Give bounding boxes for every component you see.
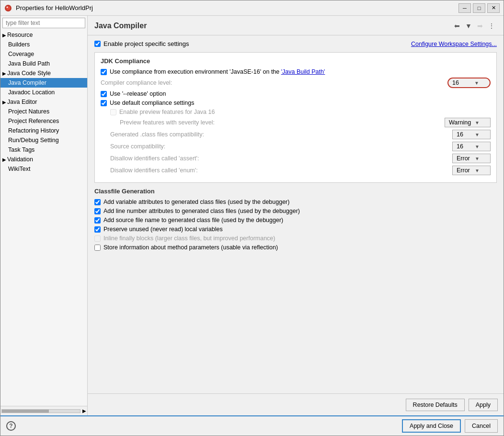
add-line-checkbox[interactable]	[94, 208, 101, 214]
generated-class-row: Generated .class files compatibility: 16…	[110, 130, 491, 139]
classfile-check-5: Store information about method parameter…	[94, 244, 497, 251]
use-release-row: Use '--release' option	[101, 90, 491, 97]
compiler-compliance-label: Compiler compliance level:	[101, 79, 172, 86]
expand-arrow: ▶	[2, 71, 6, 76]
minimize-button[interactable]: ─	[458, 3, 471, 13]
use-default-compliance-label: Use default compliance settings	[110, 100, 194, 106]
dropdown-arrow-icon: ▼	[475, 156, 480, 161]
disallow-enum-dropdown[interactable]: Error ▼	[452, 166, 491, 175]
preserve-unused-checkbox[interactable]	[94, 226, 101, 233]
jdk-compliance-section: JDK Compliance Use compliance from execu…	[94, 52, 497, 183]
use-release-checkbox[interactable]	[101, 91, 107, 97]
sidebar: ▶ Resource Builders Coverage Java Build …	[0, 16, 88, 415]
add-source-checkbox[interactable]	[94, 217, 101, 224]
preview-severity-row: Preview features with severity level: Wa…	[110, 118, 491, 127]
preview-severity-dropdown[interactable]: Warning ▼	[445, 118, 491, 127]
scroll-right-arrow[interactable]: ▶	[82, 408, 86, 414]
disallow-assert-value: Error	[457, 155, 470, 162]
sidebar-item-project-references[interactable]: Project References	[0, 116, 87, 126]
filter-input[interactable]	[2, 18, 85, 28]
add-line-label: Add line number attributes to generated …	[103, 208, 300, 214]
sidebar-item-label: Refactoring History	[8, 127, 59, 134]
sidebar-item-project-natures[interactable]: Project Natures	[0, 107, 87, 116]
compliance-dropdown-wrapper: 16 ▼	[447, 78, 491, 88]
disallow-enum-value: Error	[457, 167, 470, 174]
disallow-assert-dropdown[interactable]: Error ▼	[452, 154, 491, 163]
restore-defaults-button[interactable]: Restore Defaults	[406, 399, 465, 411]
jdk-section-title: JDK Compliance	[101, 57, 491, 65]
right-panel: Java Compiler ⬅ ▼ ➡ ⋮ Enable project spe…	[88, 16, 504, 415]
forward-nav-icon[interactable]: ➡	[475, 21, 485, 31]
apply-and-close-button[interactable]: Apply and Close	[402, 419, 461, 433]
sidebar-item-label: Java Compiler	[8, 79, 46, 86]
sidebar-item-validation[interactable]: ▶ Validation	[0, 155, 87, 164]
sidebar-item-label: Task Tags	[8, 146, 34, 153]
sidebar-scrollbar[interactable]: ▶	[0, 406, 87, 415]
inline-finally-label: Inline finally blocks (larger class file…	[103, 235, 275, 242]
use-default-compliance-row: Use default compliance settings	[101, 100, 491, 106]
store-info-checkbox[interactable]	[94, 245, 101, 251]
apply-button[interactable]: Apply	[469, 399, 498, 411]
source-compat-row: Source compatibility: 16 ▼	[110, 142, 491, 151]
sidebar-item-label: Java Build Path	[8, 60, 50, 67]
sidebar-item-javadoc-location[interactable]: Javadoc Location	[0, 88, 87, 97]
inline-finally-checkbox[interactable]	[94, 235, 101, 242]
dropdown-arrow-icon: ▼	[475, 144, 480, 149]
sidebar-item-label: WikiText	[8, 166, 31, 172]
add-variable-checkbox[interactable]	[94, 199, 101, 205]
panel-title: Java Compiler	[94, 22, 147, 30]
sidebar-item-task-tags[interactable]: Task Tags	[0, 145, 87, 155]
classfile-check-3: Preserve unused (never read) local varia…	[94, 226, 497, 233]
back-nav-icon[interactable]: ⬅	[452, 21, 462, 31]
compiler-compliance-dropdown[interactable]: 16 ▼	[447, 78, 491, 88]
sidebar-item-coverage[interactable]: Coverage	[0, 49, 87, 59]
disallow-assert-row: Disallow identifiers called 'assert': Er…	[110, 154, 491, 163]
footer-right: Apply and Close Cancel	[402, 419, 498, 433]
cancel-button[interactable]: Cancel	[465, 419, 498, 433]
sidebar-item-run-debug-setting[interactable]: Run/Debug Setting	[0, 135, 87, 145]
panel-header: Java Compiler ⬅ ▼ ➡ ⋮	[88, 16, 504, 35]
java-build-path-link[interactable]: 'Java Build Path'	[281, 68, 325, 75]
classfile-generation-section: Classfile Generation Add variable attrib…	[94, 188, 497, 251]
disallow-enum-row: Disallow identifiers called 'enum': Erro…	[110, 166, 491, 175]
window-controls: ─ □ ✕	[458, 3, 500, 13]
sidebar-item-java-build-path[interactable]: Java Build Path	[0, 59, 87, 68]
more-actions-icon[interactable]: ⋮	[486, 21, 497, 31]
sidebar-item-resource[interactable]: ▶ Resource	[0, 30, 87, 40]
help-icon[interactable]: ?	[6, 421, 16, 431]
use-compliance-row: Use compliance from execution environmen…	[101, 68, 491, 75]
maximize-button[interactable]: □	[473, 3, 485, 13]
expand-arrow: ▶	[2, 33, 6, 38]
sidebar-item-label: Validation	[7, 156, 33, 163]
footer: ? Apply and Close Cancel	[0, 415, 504, 436]
close-button[interactable]: ✕	[487, 3, 500, 13]
nav-dropdown-icon[interactable]: ▼	[463, 21, 474, 31]
bottom-bar: Restore Defaults Apply	[88, 393, 504, 415]
classfile-check-0: Add variable attributes to generated cla…	[94, 199, 497, 205]
enable-preview-checkbox[interactable]	[110, 109, 116, 115]
nav-icons: ⬅ ▼ ➡ ⋮	[452, 21, 497, 31]
generated-class-dropdown[interactable]: 16 ▼	[452, 130, 491, 139]
enable-specific-settings-checkbox[interactable]	[94, 41, 101, 47]
classfile-check-4: Inline finally blocks (larger class file…	[94, 235, 497, 242]
sidebar-item-java-code-style[interactable]: ▶ Java Code Style	[0, 68, 87, 78]
enable-preview-row: Enable preview features for Java 16	[110, 109, 491, 115]
panel-content: Enable project specific settings Configu…	[88, 35, 504, 393]
sidebar-item-refactoring-history[interactable]: Refactoring History	[0, 126, 87, 135]
configure-workspace-link[interactable]: Configure Workspace Settings...	[411, 41, 497, 47]
expand-arrow: ▶	[2, 100, 6, 105]
use-compliance-checkbox[interactable]	[101, 69, 107, 75]
disallow-enum-label: Disallow identifiers called 'enum':	[110, 167, 198, 174]
use-release-label: Use '--release' option	[110, 90, 166, 97]
compliance-value: 16	[452, 79, 459, 86]
sub-section: Enable preview features for Java 16 Prev…	[101, 109, 491, 175]
dropdown-arrow-icon: ▼	[474, 80, 479, 86]
source-compat-dropdown[interactable]: 16 ▼	[452, 142, 491, 151]
sidebar-item-java-editor[interactable]: ▶ Java Editor	[0, 97, 87, 107]
use-default-compliance-checkbox[interactable]	[101, 100, 107, 106]
sidebar-items: ▶ Resource Builders Coverage Java Build …	[0, 30, 87, 406]
sidebar-item-wikitext[interactable]: WikiText	[0, 164, 87, 174]
sidebar-item-builders[interactable]: Builders	[0, 40, 87, 49]
app-icon	[4, 4, 12, 12]
sidebar-item-java-compiler[interactable]: Java Compiler	[0, 78, 87, 88]
